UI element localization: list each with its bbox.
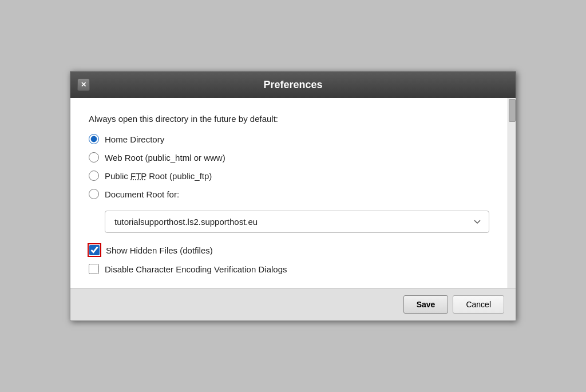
radio-ftproot-input[interactable] [89,171,99,181]
radio-home-input[interactable] [89,134,99,144]
checkbox-group: Show Hidden Files (dotfiles) Disable Cha… [89,244,489,274]
checkbox-hidden-files[interactable]: Show Hidden Files (dotfiles) [89,244,489,256]
dialog-title: Preferences [263,79,322,91]
save-button[interactable]: Save [403,295,449,314]
radio-doc-root[interactable]: Document Root for: [89,189,489,199]
footer: Save Cancel [70,288,516,320]
checkbox-hidden-files-label: Show Hidden Files (dotfiles) [106,246,213,255]
directory-radio-group: Home Directory Web Root (public_html or … [89,134,489,199]
content-area: Always open this directory in the future… [70,98,516,288]
radio-webroot-input[interactable] [89,152,99,163]
checkbox-encoding-input[interactable] [89,264,99,274]
radio-ftp-root[interactable]: Public FTP Root (public_ftp) [89,171,489,181]
preferences-dialog: ✕ Preferences Always open this directory… [70,71,516,321]
domain-dropdown[interactable]: tutorialsupporthost.ls2.supporthost.eu [105,211,489,233]
checkbox-hidden-files-input[interactable] [89,245,100,255]
checkbox-highlighted-wrapper [89,244,100,256]
radio-webroot-label: Web Root (public_html or www) [105,153,225,163]
close-button[interactable]: ✕ [77,78,90,91]
scrollbar[interactable] [508,98,516,288]
cancel-button[interactable]: Cancel [453,295,504,314]
radio-docroot-input[interactable] [89,189,99,199]
directory-section-label: Always open this directory in the future… [89,114,489,124]
checkbox-encoding[interactable]: Disable Character Encoding Verification … [89,264,489,274]
main-content: Always open this directory in the future… [70,98,508,288]
radio-ftproot-label: Public FTP Root (public_ftp) [105,171,212,181]
domain-dropdown-container: tutorialsupporthost.ls2.supporthost.eu [105,211,489,233]
scrollbar-thumb[interactable] [509,99,516,122]
checkbox-encoding-label: Disable Character Encoding Verification … [105,264,287,274]
radio-docroot-label: Document Root for: [105,189,179,199]
radio-home-label: Home Directory [105,134,164,144]
radio-home-directory[interactable]: Home Directory [89,134,489,144]
titlebar: ✕ Preferences [70,72,516,98]
radio-web-root[interactable]: Web Root (public_html or www) [89,152,489,163]
